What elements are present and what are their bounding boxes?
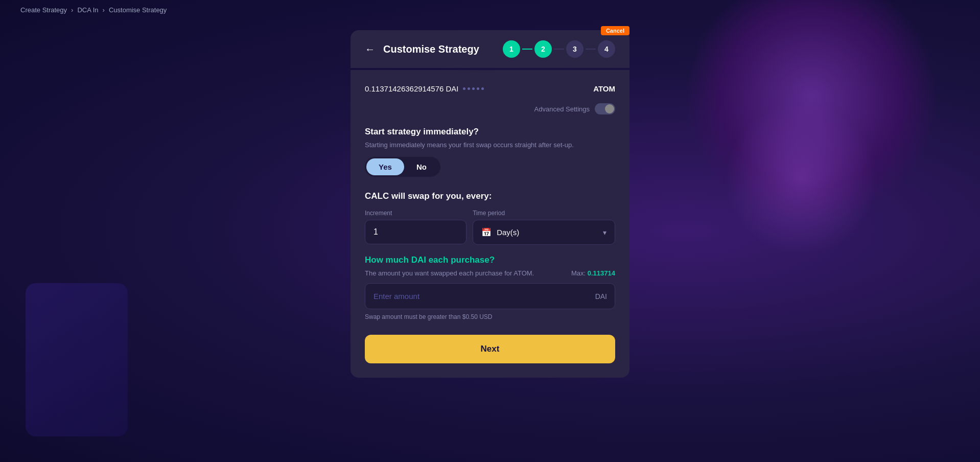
advanced-settings-label: Advanced Settings bbox=[534, 105, 590, 113]
dot-2 bbox=[468, 87, 470, 90]
next-button[interactable]: Next bbox=[365, 335, 615, 363]
how-much-title: How much DAI each purchase? bbox=[365, 255, 615, 265]
increment-period-row: Increment Time period 📅 Day(s) ▾ bbox=[365, 210, 615, 245]
period-select[interactable]: 📅 Day(s) ▾ bbox=[473, 220, 615, 245]
back-button[interactable]: ← bbox=[365, 43, 375, 55]
increment-wrapper: Increment bbox=[365, 210, 466, 245]
period-label: Time period bbox=[473, 210, 615, 217]
breadcrumb-item-2: DCA In bbox=[77, 6, 98, 14]
start-strategy-section: Start strategy immediately? Starting imm… bbox=[365, 127, 615, 177]
yes-button[interactable]: Yes bbox=[366, 158, 404, 175]
yes-no-toggle: Yes No bbox=[365, 157, 440, 177]
dai-currency-label: DAI bbox=[595, 292, 607, 301]
token-dots bbox=[463, 87, 484, 90]
increment-input[interactable] bbox=[365, 220, 466, 244]
period-value: Day(s) bbox=[497, 228, 519, 237]
start-strategy-title: Start strategy immediately? bbox=[365, 127, 615, 137]
increment-label: Increment bbox=[365, 210, 466, 217]
max-value: 0.113714 bbox=[588, 269, 615, 277]
no-button[interactable]: No bbox=[404, 158, 439, 175]
calc-swap-section: CALC will swap for you, every: Increment… bbox=[365, 191, 615, 245]
max-label: Max: bbox=[571, 269, 586, 277]
target-token: ATOM bbox=[593, 84, 615, 93]
amount-input-wrapper: DAI bbox=[365, 283, 615, 309]
breadcrumb-item-1: Create Strategy bbox=[20, 6, 67, 14]
header-title: Customise Strategy bbox=[383, 43, 479, 55]
how-much-description-text: The amount you want swapped each purchas… bbox=[365, 269, 534, 277]
how-much-desc: The amount you want swapped each purchas… bbox=[365, 269, 615, 277]
cancel-button[interactable]: Cancel bbox=[601, 26, 629, 35]
form-card: 0.11371426362914576 DAI ATOM Advanced Se… bbox=[351, 70, 629, 378]
chevron-down-icon: ▾ bbox=[603, 228, 606, 237]
step-4[interactable]: 4 bbox=[598, 40, 615, 58]
advanced-settings-row: Advanced Settings bbox=[365, 103, 615, 114]
step-connector-3-4 bbox=[586, 49, 596, 50]
advanced-settings-toggle[interactable] bbox=[595, 103, 615, 114]
calc-swap-title: CALC will swap for you, every: bbox=[365, 191, 615, 201]
header-card: ← Customise Strategy 1 2 3 4 bbox=[351, 30, 629, 68]
steps-indicator: 1 2 3 4 bbox=[503, 40, 615, 58]
breadcrumb-separator-1: › bbox=[71, 6, 73, 14]
header-left: ← Customise Strategy bbox=[365, 43, 479, 55]
max-value-wrapper: Max: 0.113714 bbox=[571, 269, 615, 277]
period-select-inner: 📅 Day(s) bbox=[481, 227, 519, 237]
dot-5 bbox=[481, 87, 484, 90]
dot-4 bbox=[477, 87, 479, 90]
token-amount: 0.11371426362914576 DAI bbox=[365, 84, 484, 93]
how-much-section: How much DAI each purchase? The amount y… bbox=[365, 255, 615, 320]
dot-1 bbox=[463, 87, 465, 90]
start-strategy-desc: Starting immediately means your first sw… bbox=[365, 141, 615, 149]
breadcrumb-item-3: Customise Strategy bbox=[109, 6, 167, 14]
step-2[interactable]: 2 bbox=[534, 40, 552, 58]
step-3[interactable]: 3 bbox=[566, 40, 584, 58]
period-wrapper: Time period 📅 Day(s) ▾ bbox=[473, 210, 615, 245]
calendar-icon: 📅 bbox=[481, 227, 492, 237]
dot-3 bbox=[472, 87, 475, 90]
step-connector-2-3 bbox=[554, 49, 564, 50]
toggle-thumb bbox=[605, 104, 614, 113]
step-1[interactable]: 1 bbox=[503, 40, 520, 58]
token-row: 0.11371426362914576 DAI ATOM bbox=[365, 84, 615, 93]
amount-input[interactable] bbox=[365, 283, 615, 309]
breadcrumb: Create Strategy › DCA In › Customise Str… bbox=[0, 0, 187, 20]
modal: ← Customise Strategy 1 2 3 4 bbox=[351, 30, 629, 378]
swap-note: Swap amount must be greater than $0.50 U… bbox=[365, 313, 615, 320]
breadcrumb-separator-2: › bbox=[103, 6, 105, 14]
step-connector-1-2 bbox=[522, 49, 532, 50]
